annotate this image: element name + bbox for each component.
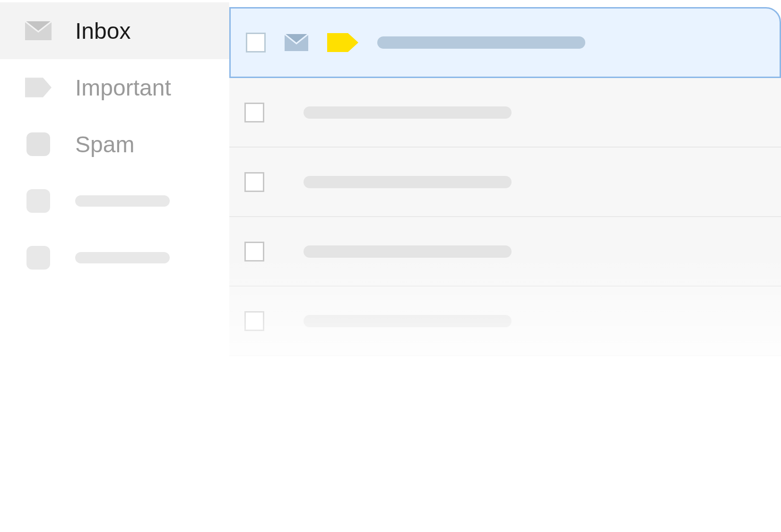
message-checkbox[interactable] — [244, 103, 264, 122]
message-row[interactable] — [229, 78, 781, 148]
sidebar-item-placeholder[interactable] — [0, 229, 229, 286]
sidebar-item-label: Inbox — [75, 18, 130, 44]
message-checkbox[interactable] — [246, 33, 266, 52]
placeholder-icon — [25, 246, 52, 270]
message-checkbox[interactable] — [244, 311, 264, 331]
sidebar-item-label: Spam — [75, 131, 134, 157]
message-list-panel — [229, 0, 781, 532]
important-tag-icon — [327, 33, 358, 52]
spam-icon — [25, 132, 52, 156]
sidebar-item-placeholder[interactable] — [0, 173, 229, 229]
message-row[interactable] — [229, 217, 781, 287]
message-subject-placeholder — [304, 106, 512, 119]
unread-icon — [285, 34, 308, 51]
sidebar: Inbox Important Spam — [0, 0, 229, 532]
message-checkbox[interactable] — [244, 172, 264, 192]
sidebar-item-spam[interactable]: Spam — [0, 116, 229, 173]
sidebar-item-label-placeholder — [75, 195, 170, 207]
message-row[interactable] — [229, 287, 781, 356]
placeholder-icon — [25, 189, 52, 213]
message-subject-placeholder — [377, 36, 585, 49]
message-row[interactable] — [229, 148, 781, 217]
sidebar-item-label: Important — [75, 75, 171, 101]
message-subject-placeholder — [304, 245, 512, 258]
sidebar-item-important[interactable]: Important — [0, 59, 229, 116]
message-row[interactable] — [229, 7, 781, 78]
tag-icon — [25, 77, 52, 98]
message-list — [229, 7, 781, 356]
message-subject-placeholder — [304, 176, 512, 188]
message-checkbox[interactable] — [244, 242, 264, 262]
sidebar-item-label-placeholder — [75, 252, 170, 263]
sidebar-item-inbox[interactable]: Inbox — [0, 2, 229, 59]
envelope-icon — [25, 21, 52, 40]
message-subject-placeholder — [304, 315, 512, 327]
